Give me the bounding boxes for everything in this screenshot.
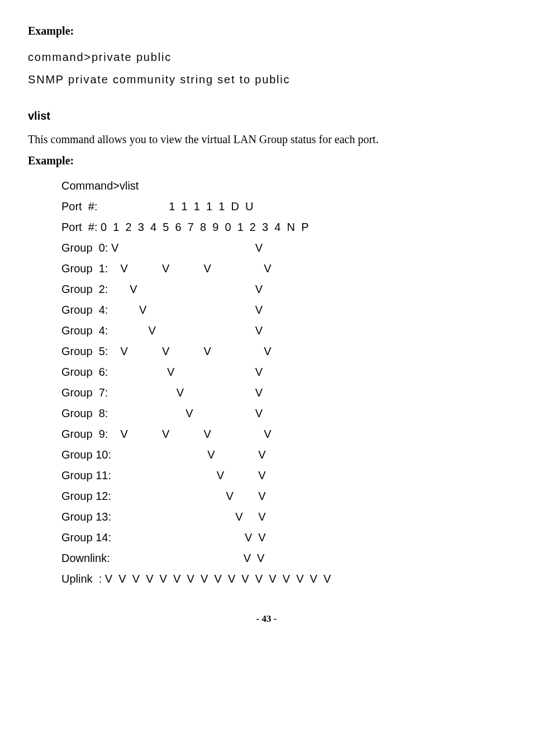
t2-l9: Group 6: V V [61, 366, 263, 378]
t2-l8: Group 5: V V V V [61, 345, 272, 357]
t2-l3: Group 0: V V [61, 242, 263, 254]
term1-line1: command>private public [28, 51, 172, 63]
t2-l11: Group 8: V V [61, 407, 263, 419]
section-description: This command allows you to view the virt… [28, 131, 505, 148]
terminal-output-2: Command>vlist Port #: 1 1 1 1 1 D U Port… [61, 176, 505, 589]
t2-l18: Downlink: V V [61, 552, 264, 564]
t2-l4: Group 1: V V V V [61, 262, 272, 275]
t2-l6: Group 4: V V [61, 304, 263, 316]
t2-l7: Group 4: V V [61, 324, 263, 337]
t2-l0: Command>vlist [61, 179, 139, 192]
terminal-output-1: command>private public SNMP private comm… [28, 46, 505, 91]
example-heading-2: Example: [28, 152, 505, 169]
example-heading-1: Example: [28, 22, 505, 39]
t2-l12: Group 9: V V V V [61, 428, 272, 440]
t2-l17: Group 14: V V [61, 531, 266, 544]
t2-l19: Uplink : V V V V V V V V V V V V V V V V… [61, 573, 331, 585]
t2-l1: Port #: 1 1 1 1 1 D U [61, 200, 253, 212]
t2-l5: Group 2: V V [61, 283, 263, 295]
t2-l2: Port #: 0 1 2 3 4 5 6 7 8 9 0 1 2 3 4 N … [61, 221, 308, 233]
page-number: - 43 - [28, 612, 505, 626]
term1-line2: SNMP private community string set to pub… [28, 73, 290, 86]
t2-l16: Group 13: V V [61, 511, 266, 523]
t2-l10: Group 7: V V [61, 386, 263, 399]
t2-l14: Group 11: V V [61, 469, 266, 481]
t2-l13: Group 10: V V [61, 448, 266, 461]
section-title-vlist: vlist [28, 107, 505, 124]
t2-l15: Group 12: V V [61, 490, 266, 502]
